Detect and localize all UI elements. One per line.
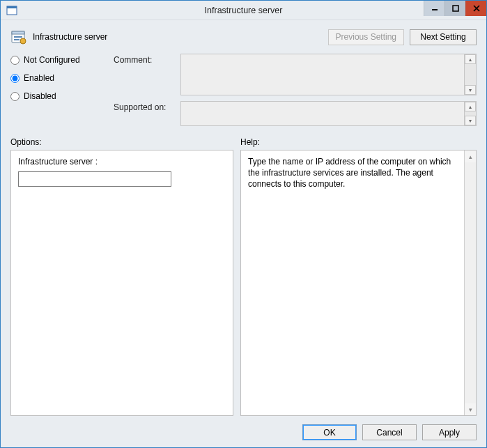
radio-not-configured-input[interactable]	[10, 56, 20, 65]
cancel-button[interactable]: Cancel	[362, 424, 417, 440]
supported-label: Supported on:	[114, 101, 175, 126]
help-text: Type the name or IP address of the compu…	[248, 157, 451, 189]
options-label: Options:	[10, 137, 240, 147]
radio-not-configured[interactable]: Not Configured	[10, 55, 101, 65]
maximize-button[interactable]	[445, 1, 465, 16]
radio-disabled[interactable]: Disabled	[10, 91, 101, 101]
options-panel: Infrastructure server :	[10, 150, 233, 416]
radio-enabled-input[interactable]	[10, 74, 20, 83]
svg-rect-1	[7, 6, 17, 8]
scroll-up-icon[interactable]: ▴	[465, 150, 476, 162]
page-title: Infrastructure server	[33, 32, 107, 42]
infrastructure-server-field-label: Infrastructure server :	[18, 156, 226, 167]
policy-icon	[10, 29, 27, 45]
comment-label: Comment:	[114, 54, 175, 95]
svg-point-10	[20, 38, 26, 44]
comment-value	[181, 54, 464, 95]
app-icon	[5, 3, 19, 17]
svg-rect-9	[14, 39, 20, 40]
radio-disabled-input[interactable]	[10, 92, 20, 101]
radio-enabled[interactable]: Enabled	[10, 73, 101, 83]
radio-enabled-label: Enabled	[24, 73, 54, 83]
scroll-down-icon[interactable]: ▾	[465, 116, 476, 125]
radio-disabled-label: Disabled	[24, 91, 56, 101]
next-setting-button[interactable]: Next Setting	[410, 29, 477, 45]
help-label: Help:	[240, 137, 477, 147]
radio-not-configured-label: Not Configured	[24, 55, 80, 65]
comment-field[interactable]: ▴ ▾	[180, 54, 477, 95]
minimize-button[interactable]	[424, 1, 445, 16]
help-panel: Type the name or IP address of the compu…	[240, 150, 477, 416]
window-title: Infrastructure server	[1, 6, 486, 15]
help-scrollbar[interactable]: ▴ ▾	[464, 150, 476, 415]
scroll-down-icon[interactable]: ▾	[465, 85, 476, 95]
titlebar: Infrastructure server	[1, 1, 486, 20]
scroll-down-icon[interactable]: ▾	[465, 403, 476, 415]
svg-rect-3	[453, 6, 458, 11]
scroll-up-icon[interactable]: ▴	[465, 102, 476, 111]
policy-state-group: Not Configured Enabled Disabled	[10, 54, 101, 126]
close-button[interactable]	[465, 1, 486, 16]
svg-rect-8	[14, 36, 22, 38]
supported-field: ▴ ▾	[180, 101, 477, 126]
supported-scrollbar[interactable]: ▴ ▾	[464, 102, 476, 125]
supported-value	[181, 102, 464, 125]
ok-button[interactable]: OK	[302, 424, 357, 440]
apply-button[interactable]: Apply	[422, 424, 477, 440]
scroll-up-icon[interactable]: ▴	[465, 54, 476, 64]
infrastructure-server-input[interactable]	[18, 171, 171, 187]
comment-scrollbar[interactable]: ▴ ▾	[464, 54, 476, 95]
svg-rect-7	[12, 31, 24, 34]
previous-setting-button: Previous Setting	[328, 29, 404, 45]
dialog-window: Infrastructure server	[0, 0, 487, 448]
